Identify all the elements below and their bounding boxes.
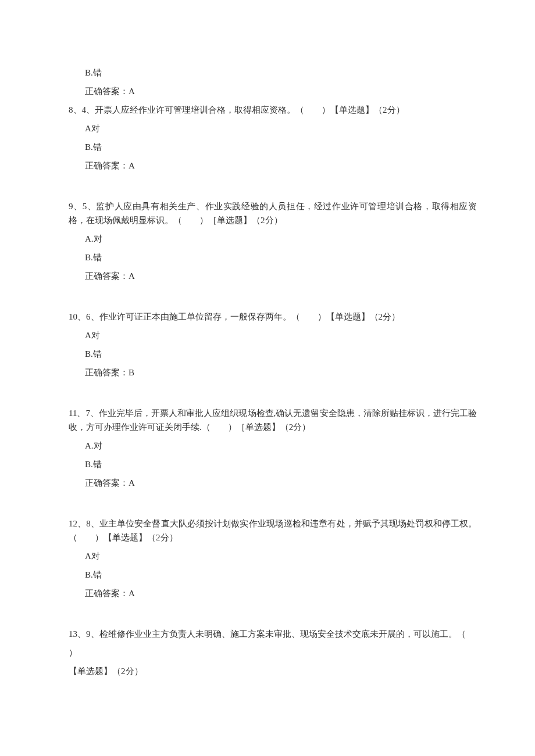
q10-option-a: A对: [69, 328, 477, 342]
q8-answer: 正确答案：A: [69, 159, 477, 173]
q12-answer: 正确答案：A: [69, 586, 477, 600]
q11-option-b: B.错: [69, 457, 477, 471]
q11-answer: 正确答案：A: [69, 476, 477, 490]
q12-option-a: A对: [69, 549, 477, 563]
q10-answer: 正确答案：B: [69, 366, 477, 379]
q9-answer: 正确答案：A: [69, 269, 477, 283]
q7-answer: 正确答案：A: [69, 84, 477, 98]
q13-line-1: 13、9、检维修作业业主方负责人未明确、施工方案未审批、现场安全技术交底未开展的…: [69, 627, 477, 641]
q9-option-b: B.错: [69, 250, 477, 264]
q10-option-b: B.错: [69, 347, 477, 361]
q8-option-b: B.错: [69, 140, 477, 154]
q10-text: 10、6、作业许可证正本由施工单位留存，一般保存两年。（ ）【单选题】（2分）: [69, 310, 477, 324]
q11-option-a: A.对: [69, 439, 477, 453]
q8-text: 8、4、开票人应经作业许可管理培训合格，取得相应资格。（ ）【单选题】（2分）: [69, 103, 477, 117]
q13-line-2: ）: [69, 646, 477, 660]
document-page: B.错 正确答案：A 8、4、开票人应经作业许可管理培训合格，取得相应资格。（ …: [0, 0, 535, 756]
q8-option-a: A对: [69, 121, 477, 135]
q9-option-a: A.对: [69, 232, 477, 246]
q12-text: 12、8、业主单位安全督直大队必须按计划做实作业现场巡检和违章有处，并赋予其现场…: [69, 517, 477, 544]
q12-option-b: B.错: [69, 568, 477, 582]
q7-option-b: B.错: [69, 66, 477, 80]
q9-text: 9、5、监护人应由具有相关生产、作业实践经验的人员担任，经过作业许可管理培训合格…: [69, 199, 477, 227]
q11-text: 11、7、作业完毕后，开票人和审批人应组织现场检查,确认无遗留安全隐患，清除所贴…: [69, 406, 477, 434]
q13-line-3: 【单选题】（2分）: [69, 664, 477, 678]
